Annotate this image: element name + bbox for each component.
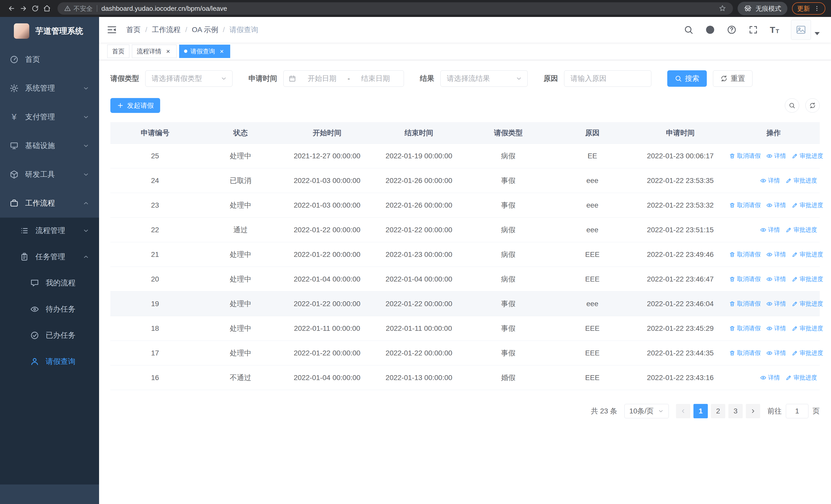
approval-progress-link[interactable]: 审批进度 bbox=[785, 226, 817, 234]
op-label: 详情 bbox=[774, 349, 786, 357]
approval-progress-link[interactable]: 审批进度 bbox=[792, 349, 823, 357]
approval-progress-link[interactable]: 审批进度 bbox=[785, 374, 817, 382]
cancel-leave-link[interactable]: 取消请假 bbox=[729, 349, 761, 357]
bookmark-star-icon[interactable] bbox=[719, 5, 726, 12]
chevron-up-icon bbox=[83, 200, 89, 207]
approval-progress-link[interactable]: 审批进度 bbox=[792, 152, 823, 160]
op-label: 审批进度 bbox=[800, 250, 823, 259]
sidebar-item-task-management[interactable]: 任务管理 bbox=[0, 244, 99, 270]
next-page-button[interactable] bbox=[746, 404, 760, 418]
tab-process-detail[interactable]: 流程详情 × bbox=[132, 45, 177, 58]
page-button-2[interactable]: 2 bbox=[711, 404, 725, 418]
cancel-leave-link[interactable]: 取消请假 bbox=[729, 152, 761, 160]
detail-link[interactable]: 详情 bbox=[766, 324, 786, 332]
detail-link[interactable]: 详情 bbox=[766, 300, 786, 308]
detail-link[interactable]: 详情 bbox=[766, 275, 786, 283]
cell-status: 已取消 bbox=[200, 176, 281, 185]
page-button-3[interactable]: 3 bbox=[728, 404, 743, 418]
sidebar-collapse-button[interactable] bbox=[99, 17, 125, 42]
cancel-leave-link[interactable]: 取消请假 bbox=[729, 250, 761, 259]
apply-time-range-picker[interactable]: 开始日期 - 结束日期 bbox=[283, 70, 404, 87]
create-leave-button[interactable]: 发起请假 bbox=[110, 98, 160, 113]
toggle-search-button[interactable] bbox=[785, 98, 799, 113]
cell-apply-time: 2022-01-22 23:46:47 bbox=[633, 275, 727, 283]
tab-leave-query[interactable]: 请假查询 × bbox=[179, 45, 230, 58]
cell-operations: 详情审批进度 bbox=[727, 226, 820, 234]
sidebar-item-devtools[interactable]: 研发工具 bbox=[0, 160, 99, 189]
help-icon[interactable] bbox=[727, 25, 737, 35]
op-label: 审批进度 bbox=[794, 226, 817, 234]
cancel-leave-link[interactable]: 取消请假 bbox=[729, 201, 761, 209]
sidebar-item-system[interactable]: 系统管理 bbox=[0, 74, 99, 102]
address-bar[interactable]: 不安全 dashboard.yudao.iocoder.cn/bpm/oa/le… bbox=[57, 2, 733, 14]
detail-link[interactable]: 详情 bbox=[760, 177, 780, 184]
close-icon[interactable]: × bbox=[165, 48, 172, 55]
sidebar-item-todo-tasks[interactable]: 待办任务 bbox=[0, 296, 99, 322]
leave-type-select[interactable]: 请选择请假类型 bbox=[145, 70, 232, 87]
cell-apply-time: 2022-01-22 23:51:15 bbox=[633, 226, 727, 234]
sidebar-item-my-process[interactable]: 我的流程 bbox=[0, 270, 99, 296]
approval-progress-link[interactable]: 审批进度 bbox=[792, 201, 823, 209]
detail-link[interactable]: 详情 bbox=[766, 152, 786, 160]
breadcrumb-item-workflow[interactable]: 工作流程 bbox=[152, 25, 181, 35]
sidebar-item-workflow[interactable]: 工作流程 bbox=[0, 189, 99, 217]
cell-start-time: 2022-01-03 00:00:00 bbox=[281, 177, 373, 185]
refresh-table-button[interactable] bbox=[805, 98, 820, 113]
approval-progress-link[interactable]: 审批进度 bbox=[792, 250, 823, 259]
sidebar-item-done-tasks[interactable]: 已办任务 bbox=[0, 322, 99, 349]
browser-home-button[interactable] bbox=[41, 3, 53, 14]
github-icon[interactable] bbox=[705, 25, 715, 35]
detail-link[interactable]: 详情 bbox=[766, 250, 786, 259]
cancel-leave-link[interactable]: 取消请假 bbox=[729, 275, 761, 283]
approval-progress-link[interactable]: 审批进度 bbox=[792, 324, 823, 332]
avatar[interactable] bbox=[791, 20, 811, 40]
detail-link[interactable]: 详情 bbox=[760, 226, 780, 234]
font-size-icon[interactable]: TT bbox=[770, 25, 779, 34]
sidebar-item-leave-query[interactable]: 请假查询 bbox=[0, 349, 99, 375]
user-menu[interactable] bbox=[791, 20, 820, 40]
reason-input[interactable] bbox=[571, 75, 645, 83]
tabs-bar: 首页 流程详情 × 请假查询 × bbox=[99, 42, 831, 60]
breadcrumb-item-current: 请假查询 bbox=[229, 25, 258, 35]
sidebar-item-payment[interactable]: ¥ 支付管理 bbox=[0, 102, 99, 131]
detail-link[interactable]: 详情 bbox=[760, 374, 780, 382]
sidebar-item-home[interactable]: 首页 bbox=[0, 45, 99, 74]
eye-icon bbox=[760, 227, 766, 233]
cell-apply-no: 25 bbox=[110, 152, 200, 160]
tab-home[interactable]: 首页 bbox=[107, 45, 130, 58]
search-button[interactable]: 搜索 bbox=[667, 70, 707, 87]
table-row: 21处理中2022-01-22 00:00:002022-01-23 00:00… bbox=[110, 242, 820, 267]
op-label: 审批进度 bbox=[794, 374, 817, 382]
detail-link[interactable]: 详情 bbox=[766, 201, 786, 209]
sidebar-item-infrastructure[interactable]: 基础设施 bbox=[0, 131, 99, 160]
cancel-leave-link[interactable]: 取消请假 bbox=[729, 324, 761, 332]
result-select[interactable]: 请选择流结果 bbox=[440, 70, 528, 87]
column-header-leave-type: 请假类型 bbox=[465, 128, 551, 138]
browser-menu-dots-icon[interactable] bbox=[813, 5, 820, 12]
browser-back-button[interactable] bbox=[6, 3, 18, 14]
leave-table: 申请编号 状态 开始时间 结束时间 请假类型 原因 申请时间 操作 25处理中2… bbox=[110, 122, 820, 390]
cell-start-time: 2022-01-22 00:00:00 bbox=[281, 250, 373, 259]
cancel-leave-link[interactable]: 取消请假 bbox=[729, 300, 761, 308]
breadcrumb-item-home[interactable]: 首页 bbox=[126, 25, 141, 35]
table-toolbar: 发起请假 bbox=[110, 98, 820, 113]
reset-button[interactable]: 重置 bbox=[713, 70, 752, 87]
detail-link[interactable]: 详情 bbox=[766, 349, 786, 357]
close-icon[interactable]: × bbox=[218, 48, 225, 55]
cell-operations: 详情审批进度 bbox=[727, 374, 820, 382]
eye-icon bbox=[760, 375, 766, 381]
approval-progress-link[interactable]: 审批进度 bbox=[792, 300, 823, 308]
page-button-1[interactable]: 1 bbox=[693, 404, 708, 418]
approval-progress-link[interactable]: 审批进度 bbox=[792, 275, 823, 283]
goto-page-input[interactable] bbox=[786, 404, 808, 418]
page-size-select[interactable]: 10条/页 bbox=[624, 404, 669, 418]
browser-forward-button[interactable] bbox=[18, 3, 29, 14]
approval-progress-link[interactable]: 审批进度 bbox=[785, 177, 817, 184]
search-icon[interactable] bbox=[684, 25, 693, 35]
browser-update-button[interactable]: 更新 bbox=[792, 2, 825, 14]
cell-start-time: 2022-01-04 00:00:00 bbox=[281, 374, 373, 382]
browser-reload-button[interactable] bbox=[29, 3, 41, 14]
sidebar-item-process-management[interactable]: 流程管理 bbox=[0, 217, 99, 244]
prev-page-button[interactable] bbox=[676, 404, 690, 418]
fullscreen-icon[interactable] bbox=[748, 25, 758, 35]
